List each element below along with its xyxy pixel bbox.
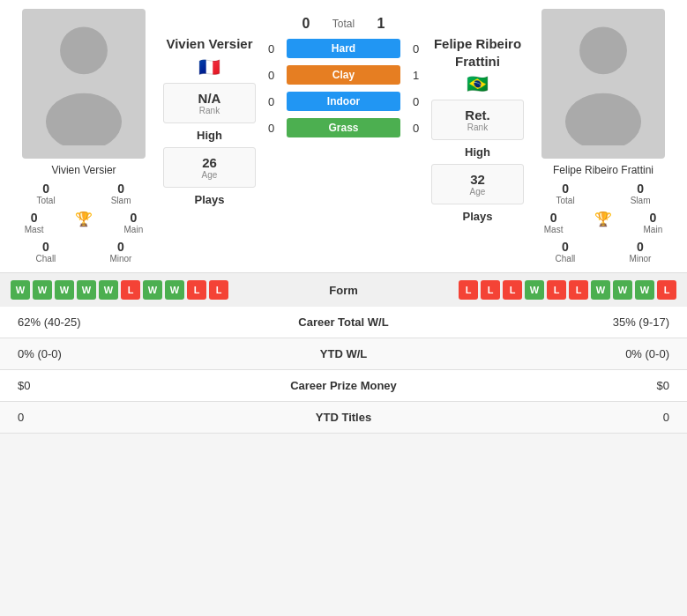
right-minor-val: 0: [637, 240, 644, 254]
left-chall-val: 0: [42, 240, 49, 254]
left-minor-val: 0: [117, 240, 124, 254]
left-form-badges: WWWWWLWWLL: [11, 280, 300, 300]
form-badge: W: [99, 280, 118, 300]
right-titles: 0: [446, 402, 687, 434]
right-minor-stat: 0 Minor: [629, 240, 651, 263]
score-right: 1: [370, 16, 392, 32]
left-main-stat: 0 Main: [124, 211, 144, 234]
left-age-box: 26 Age: [163, 147, 256, 188]
left-slam-val: 0: [117, 182, 124, 196]
career-wl-label: Career Total W/L: [241, 307, 447, 338]
prize-row: $0 Career Prize Money $0: [0, 370, 687, 402]
left-slam-stat: 0 Slam: [111, 182, 131, 205]
right-ytd-wl: 0% (0-0): [446, 338, 687, 370]
svg-point-1: [46, 93, 122, 145]
left-high-section: High: [163, 129, 256, 142]
right-mast-stat: 0 Mast: [544, 211, 564, 234]
left-chall-lbl: Chall: [36, 254, 56, 263]
left-age-val: 26: [173, 155, 246, 170]
form-badge: W: [591, 280, 610, 300]
left-ytd-wl: 0% (0-0): [0, 338, 241, 370]
form-label: Form: [300, 284, 388, 297]
left-flag: 🇫🇷: [198, 56, 220, 78]
score-label: Total: [317, 18, 370, 30]
left-mast-lbl: Mast: [25, 225, 44, 234]
left-chall-stat: 0 Chall: [36, 240, 56, 263]
surface-rows: 0 Hard 0 0 Clay 1 0 Indoor 0 0 Grass: [260, 35, 427, 141]
titles-row: 0 YTD Titles 0: [0, 402, 687, 434]
left-plays-val: Plays: [163, 193, 256, 206]
left-stats-row2: 0 Mast 🏆 0 Main: [9, 211, 159, 234]
indoor-score-left: 0: [260, 95, 282, 108]
left-plays-section: Plays: [163, 193, 256, 206]
right-minor-lbl: Minor: [629, 254, 651, 263]
surface-clay-row: 0 Clay 1: [260, 62, 427, 88]
left-rank-val: N/A: [173, 91, 246, 106]
career-wl-row: 62% (40-25) Career Total W/L 35% (9-17): [0, 307, 687, 338]
left-minor-stat: 0 Minor: [109, 240, 131, 263]
left-header-name: Vivien Versier: [166, 35, 252, 53]
right-rank-label: Rank: [441, 122, 514, 132]
form-badge: L: [657, 280, 676, 300]
form-badge: W: [635, 280, 654, 300]
right-age-box: 32 Age: [431, 164, 524, 204]
left-info-col: Vivien Versier 🇫🇷 N/A Rank High 26 Age P…: [163, 9, 256, 263]
hard-score-right: 0: [405, 42, 427, 56]
svg-point-2: [579, 26, 627, 74]
right-main-stat: 0 Main: [644, 211, 663, 234]
left-prize: $0: [0, 370, 241, 402]
indoor-score-right: 0: [405, 95, 427, 108]
right-total-lbl: Total: [556, 196, 575, 205]
surface-hard-row: 0 Hard 0: [260, 35, 427, 62]
surface-indoor-row: 0 Indoor 0: [260, 88, 427, 115]
form-badge: L: [547, 280, 566, 300]
right-mast-lbl: Mast: [544, 225, 564, 234]
left-mast-val: 0: [31, 211, 38, 225]
surface-grass-row: 0 Grass 0: [260, 115, 427, 141]
left-total-lbl: Total: [37, 196, 56, 205]
right-slam-stat: 0 Slam: [631, 182, 651, 205]
score-row: 0 Total 1: [260, 9, 427, 35]
right-player-name: Felipe Ribeiro Frattini: [553, 164, 653, 176]
left-mast-stat: 0 Mast: [25, 211, 44, 234]
left-age-label: Age: [173, 170, 246, 180]
right-age-label: Age: [441, 187, 514, 197]
right-prize: $0: [446, 370, 687, 402]
left-slam-lbl: Slam: [111, 196, 131, 205]
form-badge: W: [11, 280, 30, 300]
right-rank-box: Ret. Rank: [431, 100, 524, 140]
prize-label: Career Prize Money: [241, 370, 447, 402]
left-total-stat: 0 Total: [37, 182, 56, 205]
grass-badge: Grass: [287, 118, 400, 137]
right-trophy-icon: 🏆: [594, 211, 612, 227]
svg-point-0: [60, 26, 108, 74]
right-info-col: Felipe Ribeiro Frattini 🇧🇷 Ret. Rank Hig…: [431, 9, 524, 263]
left-high-val: High: [163, 129, 256, 142]
indoor-badge: Indoor: [287, 92, 400, 111]
form-badge: L: [209, 280, 228, 300]
left-player-header: Vivien Versier 🇫🇷: [163, 35, 256, 78]
right-career-wl: 35% (9-17): [446, 307, 687, 338]
form-badge: W: [77, 280, 96, 300]
form-badge: W: [613, 280, 632, 300]
left-total-val: 0: [42, 182, 49, 196]
ytd-wl-row: 0% (0-0) YTD W/L 0% (0-0): [0, 338, 687, 370]
right-form-badges: LLLWLLWWWL: [388, 280, 677, 300]
right-chall-lbl: Chall: [556, 254, 576, 263]
left-stats-row1: 0 Total 0 Slam: [9, 182, 159, 205]
svg-point-3: [565, 93, 641, 145]
score-left: 0: [295, 16, 317, 32]
right-trophy-icon-cell: 🏆: [594, 211, 612, 234]
right-slam-lbl: Slam: [631, 196, 651, 205]
form-badge: L: [569, 280, 588, 300]
grass-score-left: 0: [260, 122, 282, 135]
left-trophy-icon: 🏆: [75, 211, 93, 227]
right-total-val: 0: [562, 182, 569, 196]
form-badge: L: [481, 280, 500, 300]
grass-score-right: 0: [405, 122, 427, 135]
center-col: 0 Total 1 0 Hard 0 0 Clay 1 0 Indoor: [260, 9, 427, 263]
hard-score-left: 0: [260, 42, 282, 56]
form-badge: L: [187, 280, 206, 300]
right-stats-row1: 0 Total 0 Slam: [528, 182, 678, 205]
right-plays-val: Plays: [431, 210, 524, 223]
